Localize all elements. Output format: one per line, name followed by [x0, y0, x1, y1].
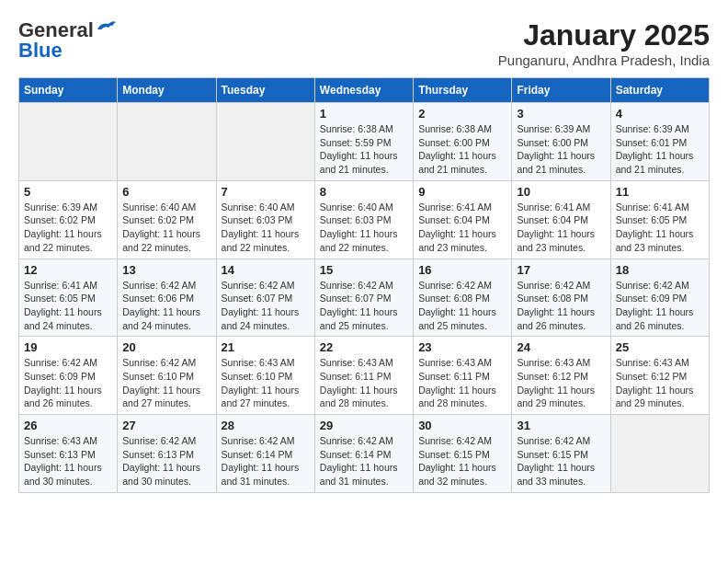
day-info: Sunrise: 6:42 AM Sunset: 6:08 PM Dayligh… — [517, 279, 605, 333]
calendar-week-4: 19Sunrise: 6:42 AM Sunset: 6:09 PM Dayli… — [19, 337, 710, 415]
calendar-cell: 22Sunrise: 6:43 AM Sunset: 6:11 PM Dayli… — [314, 337, 413, 415]
calendar-cell: 28Sunrise: 6:42 AM Sunset: 6:14 PM Dayli… — [216, 415, 314, 493]
day-info: Sunrise: 6:39 AM Sunset: 6:00 PM Dayligh… — [517, 122, 605, 177]
calendar-cell — [19, 103, 118, 181]
logo-bird-icon — [96, 20, 116, 37]
day-info: Sunrise: 6:42 AM Sunset: 6:10 PM Dayligh… — [122, 356, 210, 410]
calendar-cell: 13Sunrise: 6:42 AM Sunset: 6:06 PM Dayli… — [118, 259, 216, 337]
day-number: 3 — [517, 107, 605, 121]
day-info: Sunrise: 6:42 AM Sunset: 6:14 PM Dayligh… — [222, 434, 310, 488]
calendar-cell: 14Sunrise: 6:42 AM Sunset: 6:07 PM Dayli… — [216, 259, 314, 337]
day-number: 15 — [320, 263, 408, 277]
calendar-cell: 11Sunrise: 6:41 AM Sunset: 6:05 PM Dayli… — [610, 180, 709, 259]
calendar-cell: 20Sunrise: 6:42 AM Sunset: 6:10 PM Dayli… — [118, 337, 216, 415]
calendar-cell: 10Sunrise: 6:41 AM Sunset: 6:04 PM Dayli… — [512, 180, 610, 259]
day-info: Sunrise: 6:38 AM Sunset: 6:00 PM Dayligh… — [418, 122, 506, 177]
calendar-cell: 5Sunrise: 6:39 AM Sunset: 6:02 PM Daylig… — [19, 180, 118, 259]
day-number: 18 — [616, 263, 704, 277]
day-info: Sunrise: 6:41 AM Sunset: 6:04 PM Dayligh… — [418, 201, 506, 255]
calendar-cell: 26Sunrise: 6:43 AM Sunset: 6:13 PM Dayli… — [19, 415, 118, 493]
calendar-cell: 9Sunrise: 6:41 AM Sunset: 6:04 PM Daylig… — [414, 180, 512, 259]
col-monday: Monday — [118, 78, 216, 103]
day-number: 27 — [122, 419, 210, 432]
day-number: 10 — [517, 185, 605, 199]
logo: General Blue — [18, 18, 116, 63]
day-number: 13 — [122, 263, 210, 277]
day-info: Sunrise: 6:42 AM Sunset: 6:14 PM Dayligh… — [320, 434, 408, 488]
day-info: Sunrise: 6:43 AM Sunset: 6:13 PM Dayligh… — [24, 434, 112, 488]
day-info: Sunrise: 6:42 AM Sunset: 6:06 PM Dayligh… — [122, 279, 210, 333]
day-info: Sunrise: 6:41 AM Sunset: 6:04 PM Dayligh… — [517, 201, 605, 255]
day-number: 2 — [418, 107, 506, 121]
day-info: Sunrise: 6:41 AM Sunset: 6:05 PM Dayligh… — [616, 201, 704, 255]
calendar-cell: 24Sunrise: 6:43 AM Sunset: 6:12 PM Dayli… — [512, 337, 610, 415]
calendar-cell: 16Sunrise: 6:42 AM Sunset: 6:08 PM Dayli… — [414, 259, 512, 337]
location: Punganuru, Andhra Pradesh, India — [498, 52, 710, 68]
calendar-cell: 3Sunrise: 6:39 AM Sunset: 6:00 PM Daylig… — [512, 103, 610, 181]
day-number: 31 — [517, 419, 605, 432]
calendar-cell: 8Sunrise: 6:40 AM Sunset: 6:03 PM Daylig… — [314, 180, 413, 259]
day-info: Sunrise: 6:39 AM Sunset: 6:02 PM Dayligh… — [24, 201, 112, 255]
day-number: 21 — [222, 340, 310, 354]
day-number: 8 — [320, 185, 408, 199]
calendar-cell: 2Sunrise: 6:38 AM Sunset: 6:00 PM Daylig… — [414, 103, 512, 181]
day-number: 19 — [24, 340, 112, 354]
calendar-week-1: 1Sunrise: 6:38 AM Sunset: 5:59 PM Daylig… — [19, 103, 710, 181]
day-number: 20 — [122, 340, 210, 354]
day-number: 22 — [320, 340, 408, 354]
day-number: 29 — [320, 419, 408, 432]
day-info: Sunrise: 6:42 AM Sunset: 6:15 PM Dayligh… — [418, 434, 506, 488]
day-info: Sunrise: 6:39 AM Sunset: 6:01 PM Dayligh… — [616, 122, 704, 177]
day-number: 11 — [616, 185, 704, 199]
day-info: Sunrise: 6:40 AM Sunset: 6:02 PM Dayligh… — [122, 201, 210, 255]
day-info: Sunrise: 6:42 AM Sunset: 6:07 PM Dayligh… — [320, 279, 408, 333]
day-info: Sunrise: 6:43 AM Sunset: 6:12 PM Dayligh… — [616, 356, 704, 410]
calendar-cell: 19Sunrise: 6:42 AM Sunset: 6:09 PM Dayli… — [19, 337, 118, 415]
calendar-cell: 18Sunrise: 6:42 AM Sunset: 6:09 PM Dayli… — [610, 259, 709, 337]
calendar-cell — [610, 415, 709, 493]
title-block: January 2025 Punganuru, Andhra Pradesh, … — [498, 18, 710, 68]
day-number: 28 — [222, 419, 310, 432]
calendar-cell: 15Sunrise: 6:42 AM Sunset: 6:07 PM Dayli… — [314, 259, 413, 337]
day-info: Sunrise: 6:40 AM Sunset: 6:03 PM Dayligh… — [222, 201, 310, 255]
calendar-week-5: 26Sunrise: 6:43 AM Sunset: 6:13 PM Dayli… — [19, 415, 710, 493]
day-number: 24 — [517, 340, 605, 354]
calendar-cell — [216, 103, 314, 181]
calendar-cell: 7Sunrise: 6:40 AM Sunset: 6:03 PM Daylig… — [216, 180, 314, 259]
calendar-cell: 31Sunrise: 6:42 AM Sunset: 6:15 PM Dayli… — [512, 415, 610, 493]
day-number: 9 — [418, 185, 506, 199]
day-number: 17 — [517, 263, 605, 277]
day-info: Sunrise: 6:42 AM Sunset: 6:08 PM Dayligh… — [418, 279, 506, 333]
calendar-cell: 27Sunrise: 6:42 AM Sunset: 6:13 PM Dayli… — [118, 415, 216, 493]
day-number: 23 — [418, 340, 506, 354]
day-number: 5 — [24, 185, 112, 199]
day-number: 30 — [418, 419, 506, 432]
calendar-cell: 17Sunrise: 6:42 AM Sunset: 6:08 PM Dayli… — [512, 259, 610, 337]
day-number: 26 — [24, 419, 112, 432]
day-number: 12 — [24, 263, 112, 277]
col-friday: Friday — [512, 78, 610, 103]
calendar-cell — [118, 103, 216, 181]
day-info: Sunrise: 6:42 AM Sunset: 6:15 PM Dayligh… — [517, 434, 605, 488]
day-number: 7 — [222, 185, 310, 199]
day-info: Sunrise: 6:43 AM Sunset: 6:10 PM Dayligh… — [222, 356, 310, 410]
day-number: 25 — [616, 340, 704, 354]
col-tuesday: Tuesday — [216, 78, 314, 103]
day-number: 6 — [122, 185, 210, 199]
col-wednesday: Wednesday — [314, 78, 413, 103]
day-info: Sunrise: 6:43 AM Sunset: 6:11 PM Dayligh… — [418, 356, 506, 410]
calendar-cell: 25Sunrise: 6:43 AM Sunset: 6:12 PM Dayli… — [610, 337, 709, 415]
calendar-cell: 30Sunrise: 6:42 AM Sunset: 6:15 PM Dayli… — [414, 415, 512, 493]
day-number: 16 — [418, 263, 506, 277]
month-title: January 2025 — [498, 18, 710, 52]
calendar-cell: 21Sunrise: 6:43 AM Sunset: 6:10 PM Dayli… — [216, 337, 314, 415]
day-info: Sunrise: 6:42 AM Sunset: 6:09 PM Dayligh… — [24, 356, 112, 410]
calendar-week-2: 5Sunrise: 6:39 AM Sunset: 6:02 PM Daylig… — [19, 180, 710, 259]
day-number: 1 — [320, 107, 408, 121]
day-info: Sunrise: 6:40 AM Sunset: 6:03 PM Dayligh… — [320, 201, 408, 255]
day-info: Sunrise: 6:38 AM Sunset: 5:59 PM Dayligh… — [320, 122, 408, 177]
calendar-cell: 29Sunrise: 6:42 AM Sunset: 6:14 PM Dayli… — [314, 415, 413, 493]
calendar-cell: 23Sunrise: 6:43 AM Sunset: 6:11 PM Dayli… — [414, 337, 512, 415]
day-info: Sunrise: 6:41 AM Sunset: 6:05 PM Dayligh… — [24, 279, 112, 333]
calendar-week-3: 12Sunrise: 6:41 AM Sunset: 6:05 PM Dayli… — [19, 259, 710, 337]
